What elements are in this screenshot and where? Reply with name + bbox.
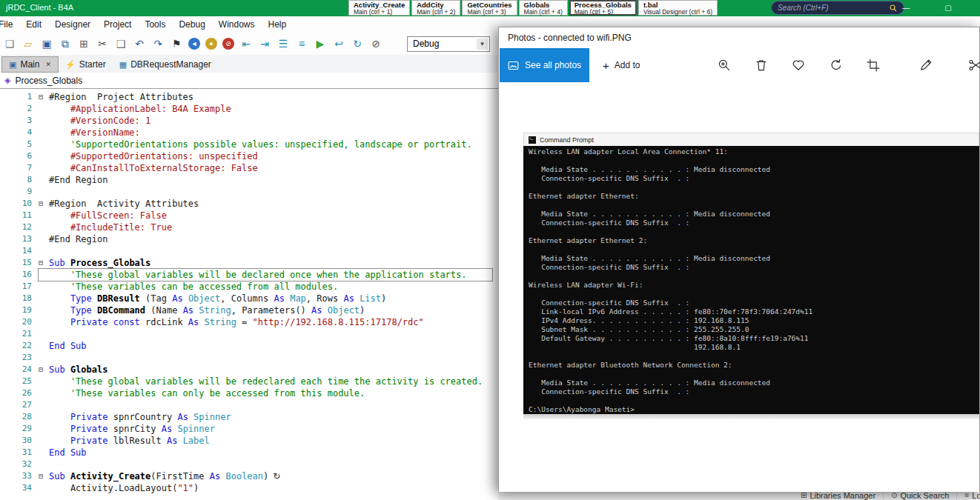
- save-icon[interactable]: ▣: [40, 37, 53, 50]
- tab-dbrequestmanager[interactable]: ▦DBRequestManager: [113, 56, 218, 73]
- outdent-icon[interactable]: ⇤: [239, 37, 253, 50]
- fold-marker-icon[interactable]: ⊟: [39, 470, 49, 482]
- line-number: 8: [0, 174, 39, 186]
- bookmark-icon[interactable]: ⚑: [170, 37, 183, 50]
- copy-icon[interactable]: ❑: [114, 37, 128, 50]
- bottom-tab-quick-search[interactable]: ⊙Quick Search: [884, 491, 957, 500]
- generate-members-icon[interactable]: ↩: [332, 37, 345, 50]
- open-folder-icon[interactable]: ▱: [21, 37, 35, 50]
- stop-icon[interactable]: ⊘: [369, 37, 383, 50]
- quick-nav-item-addcity[interactable]: AddCityMain (ctrl + 2): [411, 0, 460, 16]
- fold-marker-icon[interactable]: ⊟: [39, 257, 49, 269]
- code-text: #FullScreen: False: [49, 210, 167, 221]
- add-to-button[interactable]: + Add to: [603, 48, 640, 82]
- cmd-console: Wireless LAN adapter Local Area Connecti…: [523, 146, 979, 414]
- scissors-icon[interactable]: [967, 58, 980, 73]
- line-number: 7: [0, 162, 39, 174]
- fold-gutter: [39, 482, 49, 494]
- menu-project[interactable]: Project: [97, 19, 138, 30]
- code-text: End Sub: [49, 447, 87, 459]
- rotate-icon[interactable]: [829, 58, 844, 73]
- quick-nav-item-shortcut: Main (ctrl + 1): [354, 9, 405, 16]
- menu-help[interactable]: Help: [262, 19, 294, 30]
- delete-icon[interactable]: [754, 58, 769, 73]
- fold-gutter: [39, 115, 49, 127]
- quick-nav-item-t-bal[interactable]: t.balVisual Designer (ctrl + 6): [638, 0, 718, 16]
- fold-gutter: [39, 186, 49, 198]
- edit-icon[interactable]: [918, 58, 933, 73]
- code-text: Sub Activity_Create(FirstTime As Boolean…: [49, 470, 280, 482]
- menu-tools[interactable]: Tools: [138, 19, 172, 30]
- comment-icon[interactable]: ☰: [277, 37, 290, 50]
- search-box[interactable]: [771, 1, 904, 15]
- quick-nav-item-globals[interactable]: GlobalsMain (ctrl + 4): [519, 0, 568, 16]
- fold-marker-icon[interactable]: ⊟: [39, 364, 49, 376]
- photos-title-bar[interactable]: Photos - connected to wifi.PNG: [499, 27, 979, 48]
- cmd-line: C:\Users\Ayabonga Maseti>: [529, 405, 979, 414]
- new-file-icon[interactable]: ❏: [3, 37, 16, 50]
- bottom-tab-logs[interactable]: ≡Logs: [957, 491, 980, 500]
- minimize-button[interactable]: —: [893, 0, 918, 16]
- uncomment-icon[interactable]: ≡: [295, 37, 308, 50]
- line-number: 11: [0, 210, 39, 221]
- run-icon[interactable]: ▶: [314, 37, 327, 50]
- cmd-title: Command Prompt: [540, 136, 594, 144]
- fold-gutter: [39, 459, 49, 470]
- fold-gutter: [39, 423, 49, 435]
- fold-marker-icon[interactable]: ⊟: [39, 91, 49, 103]
- code-text: 'These variables can be accessed from al…: [49, 281, 338, 293]
- build-configuration-select[interactable]: Debug ▾: [407, 36, 490, 52]
- nav-back-icon[interactable]: ◄: [188, 38, 200, 50]
- undo-icon[interactable]: ↶: [133, 37, 146, 50]
- indent-icon[interactable]: ⇥: [258, 37, 271, 50]
- region-selector[interactable]: ◈ Process_Globals: [0, 73, 498, 89]
- fold-marker-icon[interactable]: ⊟: [39, 198, 49, 210]
- line-number: 3: [0, 115, 39, 127]
- cmd-line: IPv4 Address. . . . . . . . . . . : 192.…: [529, 316, 979, 325]
- tab-main[interactable]: ▣Main✕: [1, 56, 59, 73]
- photos-window: Photos - connected to wifi.PNG See all p…: [498, 27, 980, 491]
- menu-designer[interactable]: Designer: [48, 19, 97, 30]
- reload-icon[interactable]: ↻: [351, 37, 364, 50]
- code-text: #Region Activity Attributes: [49, 198, 199, 210]
- line-number: 19: [0, 304, 39, 316]
- chevron-down-icon: ▾: [477, 39, 488, 50]
- cmd-line: [529, 370, 979, 379]
- menu-edit[interactable]: Edit: [19, 19, 48, 30]
- favorite-icon[interactable]: [791, 58, 806, 73]
- cut-icon[interactable]: ✂: [96, 37, 109, 50]
- save-all-icon[interactable]: ⧉: [59, 37, 72, 50]
- line-number: 14: [0, 245, 39, 257]
- close-tab-icon[interactable]: ✕: [45, 61, 51, 68]
- quick-nav-item-process-globals[interactable]: Process_GlobalsMain (ctrl + 5): [569, 0, 637, 16]
- code-text: 'These global variables will be declared…: [49, 269, 467, 281]
- cmd-line: Ethernet adapter Ethernet:: [529, 192, 979, 201]
- crop-icon[interactable]: [866, 58, 881, 73]
- bottom-tab-libraries-manager[interactable]: ⊞Libraries Manager: [793, 491, 884, 500]
- line-number: 26: [0, 387, 39, 399]
- zoom-icon[interactable]: [717, 58, 732, 73]
- bottom-tab-label: Libraries Manager: [810, 491, 875, 500]
- menu-windows[interactable]: Windows: [212, 19, 262, 30]
- search-input[interactable]: [778, 4, 889, 12]
- cmd-line: Connection-specific DNS Suffix . :: [529, 174, 979, 183]
- fold-gutter: [39, 150, 49, 162]
- quick-nav-item-getcountries[interactable]: GetCountriesMain (ctrl + 3): [462, 0, 517, 16]
- menu-file[interactable]: File: [0, 19, 19, 30]
- cmd-line: Ethernet adapter Ethernet 2:: [529, 236, 979, 245]
- line-number: 16: [0, 269, 39, 281]
- cmd-line: [529, 290, 979, 299]
- tab-starter[interactable]: ⚡Starter: [59, 56, 113, 73]
- code-text: Type DBCommand (Name As String, Paramete…: [49, 304, 365, 316]
- modules-icon[interactable]: ⊞: [77, 37, 90, 50]
- see-all-photos-button[interactable]: See all photos: [500, 48, 589, 82]
- fold-gutter: [39, 245, 49, 257]
- nav-stop-icon[interactable]: ⊘: [222, 38, 234, 50]
- quick-nav-item-activity-create[interactable]: Activity_CreateMain (ctrl + 1): [348, 0, 410, 16]
- fold-gutter: [39, 316, 49, 328]
- maximize-button[interactable]: ▢: [936, 0, 961, 16]
- menu-debug[interactable]: Debug: [172, 19, 211, 30]
- see-all-photos-label: See all photos: [525, 60, 581, 70]
- redo-icon[interactable]: ↷: [151, 37, 165, 50]
- nav-current-icon[interactable]: ●: [205, 38, 217, 50]
